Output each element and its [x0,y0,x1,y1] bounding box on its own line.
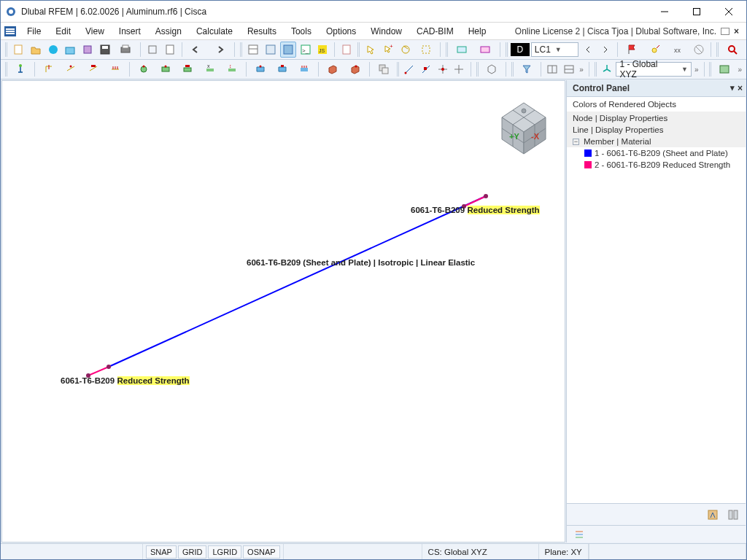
menu-window[interactable]: Window [363,24,409,39]
menu-results[interactable]: Results [240,24,284,39]
overflow-icon-2[interactable]: » [693,66,700,74]
script-icon[interactable]: >_ [298,42,314,58]
overflow-icon-3[interactable]: » [737,66,744,74]
new-icon[interactable] [10,42,26,58]
menu-edit[interactable]: Edit [48,24,78,39]
menu-view[interactable]: View [78,24,112,39]
load-tool-8-icon[interactable]: x [199,61,220,77]
layers-icon[interactable] [144,42,160,58]
legend-label-1: 1 - 6061-T6-B209 (Sheet and Plate) [595,149,728,158]
menu-help[interactable]: Help [461,24,494,39]
panel-close-icon[interactable]: × [738,83,743,93]
axis-tool-4-icon[interactable] [452,61,467,77]
panel-row-member[interactable]: − Member | Material [567,136,746,147]
menu-options[interactable]: Options [319,24,363,39]
legend-item-2[interactable]: 2 - 6061-T6-B209 Reduced Strength [567,159,746,171]
open-icon[interactable] [28,42,44,58]
load-tool-4-icon[interactable] [105,61,125,77]
view-iso-icon[interactable] [481,61,502,77]
axis-tool-2-icon[interactable] [419,61,434,77]
pane-v-icon[interactable] [562,61,577,77]
select-related-icon[interactable] [398,42,414,58]
xx-icon[interactable]: xx [668,42,690,58]
app-menu-icon[interactable] [4,25,17,38]
undo-icon[interactable] [186,42,208,58]
filter-icon[interactable] [516,61,537,77]
solid-load-2-icon[interactable] [345,61,365,77]
minimize-button[interactable] [649,1,681,22]
overflow-icon-1[interactable]: » [578,66,585,74]
panel-action-1-icon[interactable] [705,507,721,523]
calculate-icon[interactable] [338,42,355,58]
model-icon[interactable] [63,42,79,58]
tree-collapse-icon[interactable]: − [573,139,579,145]
menu-tools[interactable]: Tools [284,24,319,39]
menu-cadbim[interactable]: CAD-BIM [409,24,461,39]
surface-load-3-icon[interactable] [294,61,314,77]
status-osnap[interactable]: OSNAP [243,545,280,559]
load-tool-5-icon[interactable] [133,61,154,77]
js-icon[interactable]: JS [314,42,330,58]
menu-insert[interactable]: Insert [112,24,148,39]
redo-icon[interactable] [209,42,231,58]
load-tool-1-icon[interactable] [39,61,59,77]
print-icon[interactable] [115,42,136,58]
visibility-icon[interactable] [474,42,496,58]
solid-load-1-icon[interactable] [322,61,343,77]
save-icon[interactable] [97,42,113,58]
search-icon[interactable] [721,42,743,58]
block-icon[interactable] [80,42,96,58]
legend-item-1[interactable]: 1 - 6061-T6-B209 (Sheet and Plate) [567,147,746,159]
axis-tool-1-icon[interactable] [402,61,417,77]
tool-copy-icon[interactable] [374,61,394,77]
load-tool-6-icon[interactable] [155,61,176,77]
select-special-icon[interactable] [415,42,437,58]
svg-rect-57 [382,68,388,74]
show-all-icon[interactable] [451,42,473,58]
table-status-icon[interactable] [280,42,296,58]
cs-combo[interactable]: 1 - Global XYZ ▼ [616,62,692,77]
load-tool-7-icon[interactable] [177,61,198,77]
menu-file[interactable]: File [20,24,48,39]
panel-row-line[interactable]: Line | Display Properties [567,124,746,136]
viewport-3d[interactable]: +Y -X 6061-T6-B209 Reduced Strength 6061… [1,80,565,542]
panel-action-2-icon[interactable] [725,507,741,523]
cs-icon[interactable] [600,61,615,77]
load-tool-9-icon[interactable]: ↕ [222,61,242,77]
clear-results-icon[interactable] [691,42,707,58]
panel-pin-icon[interactable]: ▾ [730,83,735,93]
surface-load-1-icon[interactable] [250,61,271,77]
prev-lc-icon[interactable] [580,42,596,58]
dlubal-cloud-icon[interactable] [45,42,61,58]
load-tool-2-icon[interactable] [61,61,81,77]
status-grid[interactable]: GRID [178,545,207,559]
results-display-icon[interactable] [645,42,667,58]
close-button[interactable] [713,1,745,22]
menu-assign[interactable]: Assign [148,24,189,39]
menu-calculate[interactable]: Calculate [189,24,240,39]
loadcase-combo[interactable]: LC1 ▼ [531,42,579,57]
close-child-icon[interactable]: × [734,26,739,36]
load-tool-3-icon[interactable] [82,61,103,77]
svg-point-11 [49,45,58,54]
table-view-icon[interactable] [245,42,261,58]
display-props-icon[interactable] [714,61,735,77]
select-icon[interactable] [363,42,379,58]
status-lgrid[interactable]: LGRID [208,545,241,559]
results-flag-icon[interactable] [622,42,643,58]
restore-child-icon[interactable] [721,28,729,35]
panel-list-icon[interactable] [571,526,587,542]
pane-h-icon[interactable] [545,61,560,77]
axis-tool-3-icon[interactable] [435,61,450,77]
next-lc-icon[interactable] [597,42,614,58]
panel-row-node[interactable]: Node | Display Properties [567,112,746,124]
svg-rect-83 [729,510,732,519]
maximize-button[interactable] [681,1,713,22]
select-plus-icon[interactable]: + [380,42,396,58]
table-nodes-icon[interactable] [263,42,279,58]
svg-point-1 [9,9,13,14]
clipboard-icon[interactable] [162,42,178,58]
support-tool-1-icon[interactable] [10,61,31,77]
surface-load-2-icon[interactable] [272,61,293,77]
status-snap[interactable]: SNAP [146,545,177,559]
